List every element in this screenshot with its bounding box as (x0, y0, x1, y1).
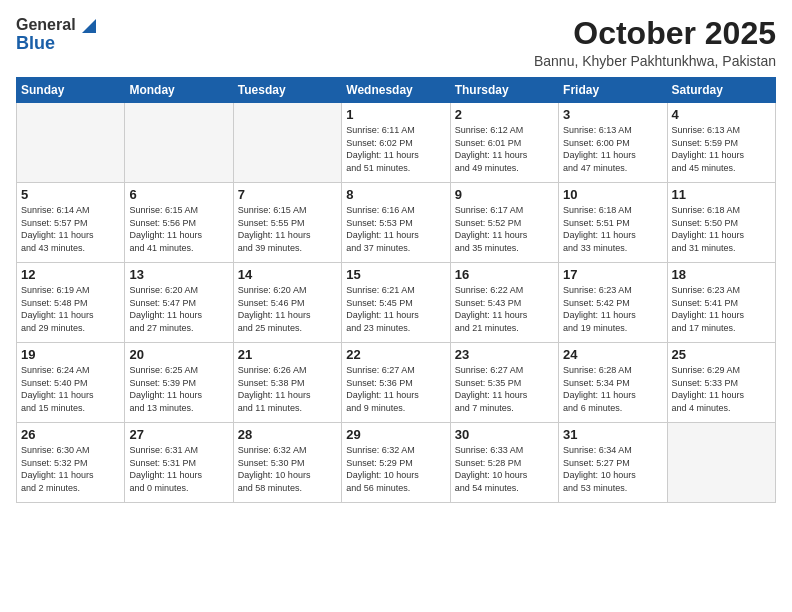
day-number: 30 (455, 427, 554, 442)
day-info: Sunrise: 6:18 AM Sunset: 5:51 PM Dayligh… (563, 204, 662, 254)
day-number: 21 (238, 347, 337, 362)
day-info: Sunrise: 6:11 AM Sunset: 6:02 PM Dayligh… (346, 124, 445, 174)
calendar-cell (667, 423, 775, 503)
page-header: General Blue October 2025 Bannu, Khyber … (16, 16, 776, 69)
day-number: 25 (672, 347, 771, 362)
month-title: October 2025 (534, 16, 776, 51)
weekday-header-thursday: Thursday (450, 78, 558, 103)
weekday-header-wednesday: Wednesday (342, 78, 450, 103)
calendar-cell: 18Sunrise: 6:23 AM Sunset: 5:41 PM Dayli… (667, 263, 775, 343)
day-number: 12 (21, 267, 120, 282)
day-info: Sunrise: 6:20 AM Sunset: 5:46 PM Dayligh… (238, 284, 337, 334)
day-info: Sunrise: 6:15 AM Sunset: 5:56 PM Dayligh… (129, 204, 228, 254)
day-number: 26 (21, 427, 120, 442)
calendar-cell (125, 103, 233, 183)
day-info: Sunrise: 6:33 AM Sunset: 5:28 PM Dayligh… (455, 444, 554, 494)
calendar-cell: 11Sunrise: 6:18 AM Sunset: 5:50 PM Dayli… (667, 183, 775, 263)
day-number: 28 (238, 427, 337, 442)
calendar-cell: 13Sunrise: 6:20 AM Sunset: 5:47 PM Dayli… (125, 263, 233, 343)
day-info: Sunrise: 6:21 AM Sunset: 5:45 PM Dayligh… (346, 284, 445, 334)
day-info: Sunrise: 6:18 AM Sunset: 5:50 PM Dayligh… (672, 204, 771, 254)
calendar-cell: 14Sunrise: 6:20 AM Sunset: 5:46 PM Dayli… (233, 263, 341, 343)
calendar-cell: 19Sunrise: 6:24 AM Sunset: 5:40 PM Dayli… (17, 343, 125, 423)
calendar-week-row: 1Sunrise: 6:11 AM Sunset: 6:02 PM Daylig… (17, 103, 776, 183)
logo-blue-text: Blue (16, 34, 55, 54)
day-number: 20 (129, 347, 228, 362)
day-number: 14 (238, 267, 337, 282)
day-info: Sunrise: 6:24 AM Sunset: 5:40 PM Dayligh… (21, 364, 120, 414)
day-info: Sunrise: 6:27 AM Sunset: 5:35 PM Dayligh… (455, 364, 554, 414)
day-info: Sunrise: 6:14 AM Sunset: 5:57 PM Dayligh… (21, 204, 120, 254)
day-number: 6 (129, 187, 228, 202)
calendar-cell: 26Sunrise: 6:30 AM Sunset: 5:32 PM Dayli… (17, 423, 125, 503)
calendar-week-row: 19Sunrise: 6:24 AM Sunset: 5:40 PM Dayli… (17, 343, 776, 423)
logo: General Blue (16, 16, 96, 53)
day-number: 4 (672, 107, 771, 122)
day-number: 23 (455, 347, 554, 362)
day-info: Sunrise: 6:34 AM Sunset: 5:27 PM Dayligh… (563, 444, 662, 494)
calendar-cell: 6Sunrise: 6:15 AM Sunset: 5:56 PM Daylig… (125, 183, 233, 263)
day-number: 11 (672, 187, 771, 202)
day-info: Sunrise: 6:13 AM Sunset: 6:00 PM Dayligh… (563, 124, 662, 174)
calendar-cell (233, 103, 341, 183)
day-number: 16 (455, 267, 554, 282)
calendar-cell: 31Sunrise: 6:34 AM Sunset: 5:27 PM Dayli… (559, 423, 667, 503)
calendar-table: SundayMondayTuesdayWednesdayThursdayFrid… (16, 77, 776, 503)
calendar-cell: 12Sunrise: 6:19 AM Sunset: 5:48 PM Dayli… (17, 263, 125, 343)
calendar-cell: 4Sunrise: 6:13 AM Sunset: 5:59 PM Daylig… (667, 103, 775, 183)
calendar-body: 1Sunrise: 6:11 AM Sunset: 6:02 PM Daylig… (17, 103, 776, 503)
title-block: October 2025 Bannu, Khyber Pakhtunkhwa, … (534, 16, 776, 69)
day-info: Sunrise: 6:17 AM Sunset: 5:52 PM Dayligh… (455, 204, 554, 254)
day-info: Sunrise: 6:27 AM Sunset: 5:36 PM Dayligh… (346, 364, 445, 414)
day-number: 7 (238, 187, 337, 202)
calendar-cell: 27Sunrise: 6:31 AM Sunset: 5:31 PM Dayli… (125, 423, 233, 503)
day-number: 22 (346, 347, 445, 362)
calendar-cell: 29Sunrise: 6:32 AM Sunset: 5:29 PM Dayli… (342, 423, 450, 503)
day-info: Sunrise: 6:30 AM Sunset: 5:32 PM Dayligh… (21, 444, 120, 494)
calendar-week-row: 12Sunrise: 6:19 AM Sunset: 5:48 PM Dayli… (17, 263, 776, 343)
day-number: 8 (346, 187, 445, 202)
day-number: 13 (129, 267, 228, 282)
day-info: Sunrise: 6:23 AM Sunset: 5:42 PM Dayligh… (563, 284, 662, 334)
day-number: 31 (563, 427, 662, 442)
day-info: Sunrise: 6:13 AM Sunset: 5:59 PM Dayligh… (672, 124, 771, 174)
logo-general-text: General (16, 16, 76, 34)
calendar-cell: 24Sunrise: 6:28 AM Sunset: 5:34 PM Dayli… (559, 343, 667, 423)
day-info: Sunrise: 6:23 AM Sunset: 5:41 PM Dayligh… (672, 284, 771, 334)
calendar-cell: 28Sunrise: 6:32 AM Sunset: 5:30 PM Dayli… (233, 423, 341, 503)
day-info: Sunrise: 6:32 AM Sunset: 5:29 PM Dayligh… (346, 444, 445, 494)
day-number: 24 (563, 347, 662, 362)
day-number: 9 (455, 187, 554, 202)
calendar-cell: 30Sunrise: 6:33 AM Sunset: 5:28 PM Dayli… (450, 423, 558, 503)
day-number: 2 (455, 107, 554, 122)
day-info: Sunrise: 6:19 AM Sunset: 5:48 PM Dayligh… (21, 284, 120, 334)
calendar-cell: 15Sunrise: 6:21 AM Sunset: 5:45 PM Dayli… (342, 263, 450, 343)
day-info: Sunrise: 6:29 AM Sunset: 5:33 PM Dayligh… (672, 364, 771, 414)
day-info: Sunrise: 6:16 AM Sunset: 5:53 PM Dayligh… (346, 204, 445, 254)
calendar-cell: 9Sunrise: 6:17 AM Sunset: 5:52 PM Daylig… (450, 183, 558, 263)
weekday-header-sunday: Sunday (17, 78, 125, 103)
calendar-week-row: 26Sunrise: 6:30 AM Sunset: 5:32 PM Dayli… (17, 423, 776, 503)
calendar-cell: 16Sunrise: 6:22 AM Sunset: 5:43 PM Dayli… (450, 263, 558, 343)
calendar-cell: 2Sunrise: 6:12 AM Sunset: 6:01 PM Daylig… (450, 103, 558, 183)
calendar-cell: 8Sunrise: 6:16 AM Sunset: 5:53 PM Daylig… (342, 183, 450, 263)
day-number: 1 (346, 107, 445, 122)
calendar-cell: 17Sunrise: 6:23 AM Sunset: 5:42 PM Dayli… (559, 263, 667, 343)
day-info: Sunrise: 6:25 AM Sunset: 5:39 PM Dayligh… (129, 364, 228, 414)
calendar-cell (17, 103, 125, 183)
weekday-header-saturday: Saturday (667, 78, 775, 103)
calendar-cell: 1Sunrise: 6:11 AM Sunset: 6:02 PM Daylig… (342, 103, 450, 183)
weekday-header-monday: Monday (125, 78, 233, 103)
day-info: Sunrise: 6:32 AM Sunset: 5:30 PM Dayligh… (238, 444, 337, 494)
day-info: Sunrise: 6:15 AM Sunset: 5:55 PM Dayligh… (238, 204, 337, 254)
day-number: 10 (563, 187, 662, 202)
calendar-cell: 22Sunrise: 6:27 AM Sunset: 5:36 PM Dayli… (342, 343, 450, 423)
day-number: 3 (563, 107, 662, 122)
day-number: 27 (129, 427, 228, 442)
day-number: 18 (672, 267, 771, 282)
calendar-cell: 10Sunrise: 6:18 AM Sunset: 5:51 PM Dayli… (559, 183, 667, 263)
weekday-header-tuesday: Tuesday (233, 78, 341, 103)
day-info: Sunrise: 6:28 AM Sunset: 5:34 PM Dayligh… (563, 364, 662, 414)
weekday-header-friday: Friday (559, 78, 667, 103)
day-number: 5 (21, 187, 120, 202)
